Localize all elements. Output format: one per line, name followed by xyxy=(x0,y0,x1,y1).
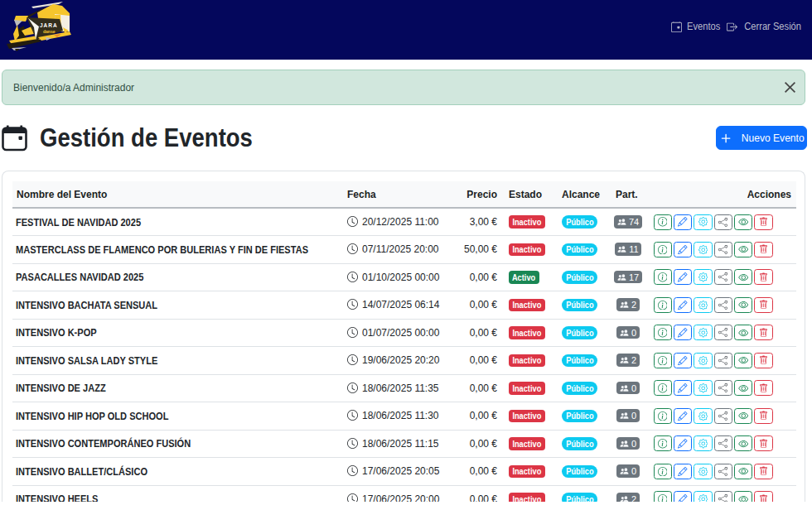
svg-text:danse: danse xyxy=(43,29,56,34)
svg-text:JARA: JARA xyxy=(40,22,58,28)
